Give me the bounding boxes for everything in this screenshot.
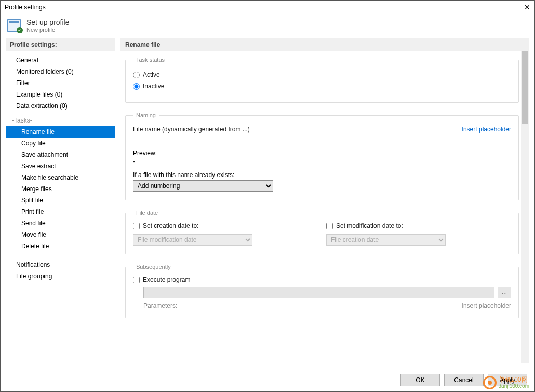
execute-program-input [143,287,494,298]
ok-button[interactable]: OK [400,374,440,386]
sidebar-item[interactable]: Save extract [6,160,115,172]
execute-program-checkbox[interactable] [133,277,140,283]
label-inactive: Inactive [143,83,164,90]
profile-icon [7,19,21,32]
set-creation-checkbox[interactable] [133,223,140,229]
window-titlebar: Profile settings ✕ [1,1,534,14]
sidebar-item[interactable]: Rename file [6,126,115,138]
sidebar-item[interactable]: Notifications [6,259,115,271]
sidebar-item[interactable]: Split file [6,195,115,206]
file-date-group: File date Set creation date to: File mod… [125,210,519,254]
sidebar-separator [6,252,115,259]
sidebar-heading: Profile settings: [6,38,115,51]
insert-placeholder-link[interactable]: Insert placeholder [462,126,511,133]
sidebar-item[interactable]: Print file [6,206,115,218]
exists-select[interactable]: Add numbering [133,180,273,192]
file-date-legend: File date [133,210,161,216]
settings-sidebar: Profile settings: GeneralMonitored folde… [6,38,115,363]
sidebar-item[interactable]: Move file [6,229,115,240]
sidebar-item[interactable]: Save attachment [6,149,115,160]
subsequently-group: Subsequently Execute program ... Paramet… [125,264,519,318]
execute-program-label: Execute program [143,276,190,283]
sidebar-item[interactable]: Monitored folders (0) [6,66,115,77]
content-heading: Rename file [120,38,529,51]
sidebar-item[interactable]: Merge files [6,183,115,195]
sidebar-item[interactable]: Make file searchable [6,172,115,183]
sidebar-item[interactable]: Copy file [6,138,115,149]
preview-label: Preview: [133,150,511,157]
dialog-footer: OK Cancel Apply 单机100网 danji100.com [1,369,534,391]
content-panel: Rename file Task status Active Inactive … [120,38,529,363]
sidebar-list: GeneralMonitored folders (0)FilterExampl… [6,51,115,363]
sidebar-item[interactable]: File grouping [6,271,115,282]
page-title: Set up profile [26,18,70,26]
subsequently-legend: Subsequently [133,264,174,270]
parameters-label: Parameters: [143,302,177,309]
task-status-legend: Task status [133,57,168,63]
set-creation-label: Set creation date to: [143,222,198,229]
dialog-header: Set up profile New profile [1,14,534,38]
creation-date-select: File modification date [133,234,252,246]
naming-group: Naming File name (dynamically generated … [125,112,519,200]
window-title: Profile settings [5,4,510,11]
label-active: Active [143,71,160,78]
exists-label: If a file with this name already exists: [133,171,511,179]
cancel-button[interactable]: Cancel [444,374,484,386]
modification-date-select: File creation date [326,234,446,246]
naming-legend: Naming [133,112,159,118]
sidebar-item[interactable]: Data extraction (0) [6,100,115,112]
insert-placeholder-params: Insert placeholder [462,302,511,309]
sidebar-item[interactable]: Send file [6,218,115,229]
set-modification-label: Set modification date to: [336,222,403,229]
filename-label: File name (dynamically generated from ..… [133,126,250,133]
set-modification-checkbox[interactable] [326,223,333,229]
filename-input[interactable] [133,133,511,144]
apply-button[interactable]: Apply [488,374,527,386]
radio-inactive[interactable] [133,83,140,90]
preview-value: - [133,158,511,165]
sidebar-item[interactable]: Filter [6,77,115,89]
vertical-scrollbar[interactable] [521,51,529,363]
close-icon[interactable]: ✕ [510,3,530,11]
browse-button[interactable]: ... [498,287,511,298]
page-subtitle: New profile [26,26,70,33]
radio-active[interactable] [133,72,140,78]
sidebar-item[interactable]: Example files (0) [6,89,115,100]
task-status-group: Task status Active Inactive [125,57,519,103]
sidebar-item[interactable]: Delete file [6,240,115,252]
sidebar-separator: -Tasks- [6,112,115,126]
sidebar-item[interactable]: General [6,55,115,66]
